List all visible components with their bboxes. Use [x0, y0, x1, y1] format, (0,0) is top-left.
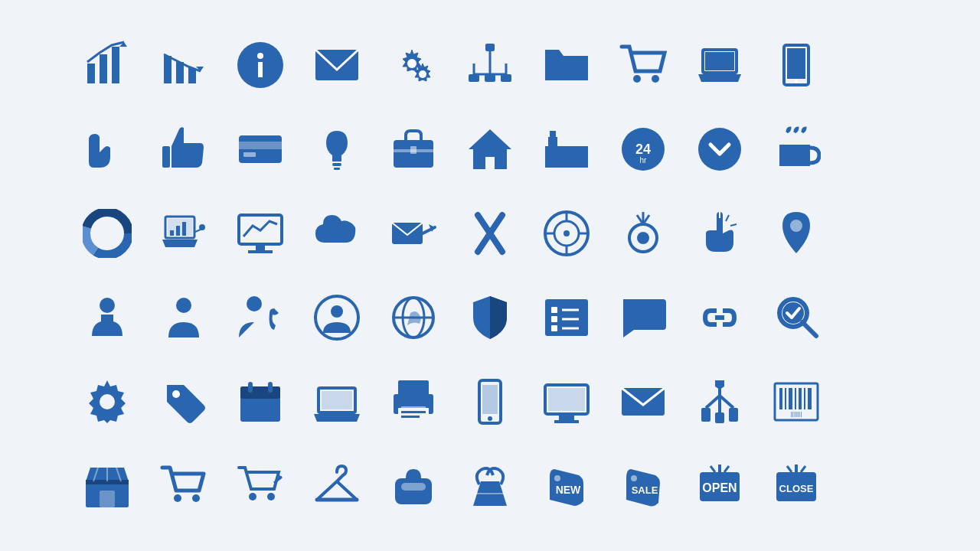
blank-r3 — [835, 191, 911, 276]
icon-grid: 24 hr — [54, 8, 926, 543]
svg-rect-102 — [715, 315, 724, 320]
svg-point-59 — [199, 224, 205, 230]
svg-rect-61 — [256, 244, 265, 250]
svg-text:NEW: NEW — [556, 484, 581, 496]
donut-chart-icon — [69, 191, 145, 276]
store-icon — [69, 444, 145, 528]
cloud-icon — [299, 191, 375, 276]
cog-icon — [69, 360, 145, 444]
chevron-circle-icon — [681, 107, 758, 191]
basket-icon — [452, 444, 528, 528]
svg-point-24 — [633, 75, 641, 83]
svg-point-52 — [95, 221, 119, 246]
svg-rect-115 — [398, 380, 429, 396]
thumbs-up-icon — [145, 107, 222, 191]
open-sign-icon: OPEN — [681, 444, 758, 528]
shopping-cart-icon — [605, 23, 681, 107]
svg-text:24: 24 — [635, 142, 651, 157]
svg-line-82 — [730, 224, 737, 226]
svg-rect-100 — [551, 325, 557, 331]
svg-rect-43 — [548, 137, 557, 148]
mobile-phone-icon — [452, 360, 528, 444]
credit-card-icon — [222, 107, 299, 191]
svg-rect-127 — [559, 416, 574, 420]
info-circle-icon — [222, 23, 299, 107]
purse-icon — [375, 444, 452, 528]
envelope-icon — [299, 23, 375, 107]
mail-icon — [605, 360, 681, 444]
new-tag-icon: NEW — [528, 444, 605, 528]
briefcase-icon — [375, 107, 452, 191]
email-arrow-icon — [375, 191, 452, 276]
lightbulb-icon — [299, 107, 375, 191]
sale-tag-icon: SALE — [605, 444, 681, 528]
laptop2-icon — [299, 360, 375, 444]
svg-rect-31 — [162, 146, 170, 168]
svg-rect-139 — [779, 388, 782, 409]
blank-r4 — [835, 276, 911, 360]
svg-point-76 — [637, 232, 649, 244]
svg-rect-161 — [401, 483, 426, 491]
svg-line-132 — [720, 396, 733, 408]
svg-rect-57 — [182, 222, 186, 236]
person-icon — [145, 276, 222, 360]
laptop-icon — [681, 23, 758, 107]
svg-point-156 — [267, 493, 275, 500]
svg-rect-5 — [176, 62, 184, 83]
person-phone-icon — [222, 276, 299, 360]
search-checkmark-icon — [758, 276, 835, 360]
svg-point-48 — [698, 128, 741, 171]
svg-point-163 — [554, 475, 560, 481]
svg-text:|||||||: ||||||| — [791, 410, 802, 417]
svg-marker-137 — [715, 380, 724, 390]
svg-rect-143 — [799, 388, 802, 409]
price-tag-icon — [145, 360, 222, 444]
blank-r6 — [835, 444, 911, 528]
svg-rect-135 — [729, 408, 738, 422]
svg-rect-29 — [787, 48, 805, 79]
svg-point-25 — [652, 75, 659, 83]
svg-point-154 — [192, 494, 200, 502]
hanger-icon — [299, 444, 375, 528]
barcode-icon: ||||||| — [758, 360, 835, 444]
svg-point-153 — [174, 494, 181, 502]
bar-chart-down-icon — [145, 23, 222, 107]
svg-line-81 — [726, 215, 729, 221]
clock-24h-icon: 24 hr — [605, 107, 681, 191]
chat-bubble-icon — [605, 276, 681, 360]
svg-point-124 — [488, 416, 492, 421]
svg-rect-36 — [334, 168, 340, 170]
svg-rect-62 — [248, 250, 273, 253]
chain-link-icon — [681, 276, 758, 360]
svg-point-10 — [257, 53, 263, 59]
businessman-icon — [69, 276, 145, 360]
svg-rect-39 — [410, 146, 416, 154]
svg-text:SALE: SALE — [632, 484, 658, 496]
hierarchy-icon — [452, 23, 528, 107]
svg-rect-134 — [701, 408, 710, 422]
svg-text:CLOSE: CLOSE — [779, 483, 814, 494]
usb-hub-icon — [681, 360, 758, 444]
svg-rect-27 — [705, 52, 734, 70]
svg-rect-9 — [258, 62, 263, 77]
shield-emblem-icon — [452, 276, 528, 360]
svg-rect-35 — [332, 163, 341, 166]
svg-rect-145 — [808, 388, 812, 409]
svg-rect-141 — [789, 388, 792, 409]
svg-text:OPEN: OPEN — [702, 481, 737, 494]
svg-rect-160 — [395, 478, 432, 504]
svg-text:11: 11 — [251, 397, 270, 416]
crosshair-icon — [528, 191, 605, 276]
svg-rect-55 — [170, 230, 174, 236]
monitor-graph-icon — [222, 191, 299, 276]
profile-monitor-icon — [299, 276, 375, 360]
analytics-laptop-icon — [145, 191, 222, 276]
svg-rect-114 — [322, 391, 352, 409]
printer-icon — [375, 360, 452, 444]
svg-rect-123 — [482, 385, 498, 414]
svg-rect-96 — [551, 307, 557, 313]
checklist-icon — [528, 276, 605, 360]
svg-point-30 — [795, 80, 798, 83]
blank-r2 — [835, 107, 911, 191]
svg-point-155 — [249, 493, 256, 500]
